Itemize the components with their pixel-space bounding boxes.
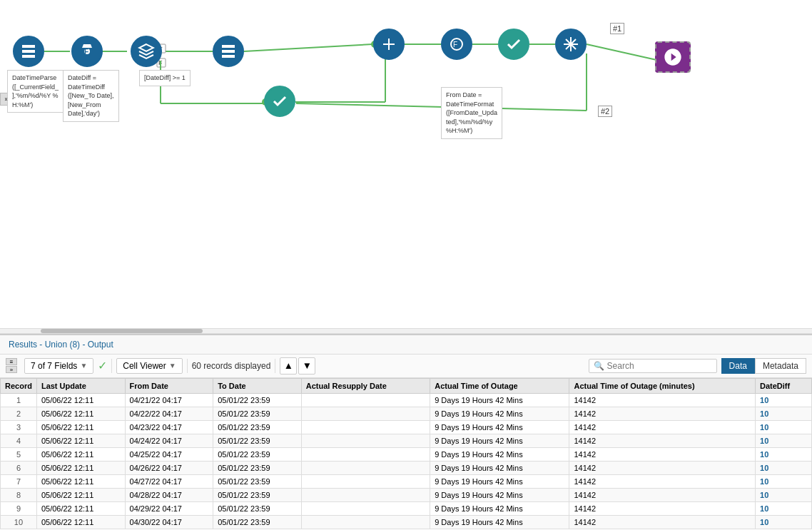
table-row[interactable]: 2 05/06/22 12:11 04/22/22 04:17 05/01/22… — [1, 407, 812, 420]
col-header-outage: Actual Time of Outage — [430, 378, 569, 393]
cell-resupply — [301, 393, 430, 407]
table-row[interactable]: 3 05/06/22 12:11 04/23/22 04:17 05/01/22… — [1, 420, 812, 434]
label-hash1: #1 — [610, 23, 624, 34]
records-count: 60 records displayed — [192, 361, 271, 371]
tooltip-filter: [DateDiff] >= 1 — [139, 70, 191, 86]
svg-text:F: F — [453, 41, 457, 49]
canvas-scrollbar[interactable] — [0, 328, 812, 334]
cell-todate: 05/01/22 23:59 — [213, 447, 302, 461]
cell-outagemins: 14142 — [569, 420, 756, 434]
cell-record: 3 — [1, 420, 37, 434]
cell-record: 9 — [1, 501, 37, 515]
cell-outagemins: 14142 — [569, 501, 756, 515]
col-header-outagemins: Actual Time of Outage (minutes) — [569, 378, 756, 393]
cell-datediff: 10 — [756, 420, 812, 434]
cell-datediff: 10 — [756, 515, 812, 529]
table-row[interactable]: 1 05/06/22 12:11 04/21/22 04:17 05/01/22… — [1, 393, 812, 407]
cell-outage: 9 Days 19 Hours 42 Mins — [430, 501, 569, 515]
cell-lastupdate: 05/06/22 12:11 — [36, 407, 125, 420]
fields-dropdown-icon: ▼ — [80, 362, 87, 370]
cell-todate: 05/01/22 23:59 — [213, 420, 302, 434]
svg-line-7 — [244, 44, 372, 51]
cell-datediff: 10 — [756, 393, 812, 407]
col-header-lastupdate: Last Update — [36, 378, 125, 393]
cell-lastupdate: 05/06/22 12:11 — [36, 420, 125, 434]
cell-record: 10 — [1, 515, 37, 529]
results-header: Results - Union (8) - Output — [0, 335, 812, 355]
cell-todate: 05/01/22 23:59 — [213, 407, 302, 420]
node-formula3[interactable]: F — [441, 29, 472, 60]
results-detail: - Union (8) - Output — [39, 340, 113, 350]
separator3 — [275, 359, 275, 373]
col-header-todate: To Date — [213, 378, 302, 393]
results-table: Record Last Update From Date To Date Act… — [0, 378, 812, 529]
table-row[interactable]: 7 05/06/22 12:11 04/27/22 04:17 05/01/22… — [1, 474, 812, 488]
node-formula1[interactable]: F — [71, 36, 103, 67]
node-output[interactable] — [655, 41, 691, 73]
viewer-button[interactable]: Cell Viewer ▼ — [116, 358, 182, 374]
col-header-resupply: Actual Resupply Date — [301, 378, 430, 393]
table-row[interactable]: 9 05/06/22 12:11 04/29/22 04:17 05/01/22… — [1, 501, 812, 515]
separator1 — [111, 359, 112, 373]
tab-data[interactable]: Data — [721, 358, 755, 374]
node-formula2[interactable] — [131, 36, 162, 67]
node-filter1[interactable] — [498, 29, 529, 60]
cell-datediff: 10 — [756, 461, 812, 474]
svg-text:F: F — [84, 48, 88, 56]
cell-datediff: 10 — [756, 474, 812, 488]
node-input[interactable] — [13, 36, 44, 67]
sort-desc-button[interactable]: ▼ — [298, 357, 315, 374]
cell-outage: 9 Days 19 Hours 42 Mins — [430, 407, 569, 420]
cell-lastupdate: 05/06/22 12:11 — [36, 488, 125, 501]
node-join[interactable] — [555, 29, 587, 60]
cell-lastupdate: 05/06/22 12:11 — [36, 501, 125, 515]
sort-asc-button[interactable]: ▲ — [280, 357, 297, 374]
cell-outagemins: 14142 — [569, 515, 756, 529]
search-box: 🔍 — [589, 359, 717, 373]
cell-outage: 9 Days 19 Hours 42 Mins — [430, 420, 569, 434]
results-toolbar: ≡ » 7 of 7 Fields ▼ ✓ Cell Viewer ▼ 60 r… — [0, 355, 812, 378]
svg-rect-23 — [222, 45, 235, 48]
search-input[interactable] — [607, 361, 707, 371]
cell-outagemins: 14142 — [569, 434, 756, 447]
cell-resupply — [301, 420, 430, 434]
cell-datediff: 10 — [756, 447, 812, 461]
cell-fromdate: 04/27/22 04:17 — [125, 474, 213, 488]
cell-fromdate: 04/25/22 04:17 — [125, 447, 213, 461]
fields-button[interactable]: 7 of 7 Fields ▼ — [24, 358, 93, 374]
cell-outagemins: 14142 — [569, 393, 756, 407]
table-row[interactable]: 4 05/06/22 12:11 04/24/22 04:17 05/01/22… — [1, 434, 812, 447]
cell-fromdate: 04/28/22 04:17 — [125, 488, 213, 501]
node-append[interactable] — [373, 29, 405, 60]
node-filter2[interactable] — [264, 86, 295, 117]
tooltip-fromdateformat: From Date =DateTimeFormat([FromDate_Upda… — [441, 87, 502, 139]
tab-metadata[interactable]: Metadata — [755, 358, 806, 374]
cell-fromdate: 04/29/22 04:17 — [125, 501, 213, 515]
cell-outagemins: 14142 — [569, 447, 756, 461]
cell-outage: 9 Days 19 Hours 42 Mins — [430, 434, 569, 447]
table-row[interactable]: 5 05/06/22 12:11 04/25/22 04:17 05/01/22… — [1, 447, 812, 461]
cell-outagemins: 14142 — [569, 407, 756, 420]
cell-outage: 9 Days 19 Hours 42 Mins — [430, 515, 569, 529]
cell-lastupdate: 05/06/22 12:11 — [36, 474, 125, 488]
cell-todate: 05/01/22 23:59 — [213, 474, 302, 488]
node-select[interactable] — [213, 36, 244, 67]
cell-todate: 05/01/22 23:59 — [213, 515, 302, 529]
cell-outage: 9 Days 19 Hours 42 Mins — [430, 474, 569, 488]
table-row[interactable]: 10 05/06/22 12:11 04/30/22 04:17 05/01/2… — [1, 515, 812, 529]
expand-up-btn[interactable]: ≡ — [6, 358, 17, 365]
cell-todate: 05/01/22 23:59 — [213, 488, 302, 501]
table-body: 1 05/06/22 12:11 04/21/22 04:17 05/01/22… — [1, 393, 812, 529]
expand-down-btn[interactable]: » — [6, 366, 17, 373]
table-row[interactable]: 6 05/06/22 12:11 04/26/22 04:17 05/01/22… — [1, 461, 812, 474]
tooltip-datediff: DateDiff =DateTimeDiff([New_To Date],[Ne… — [63, 70, 119, 122]
col-header-record: Record — [1, 378, 37, 393]
cell-todate: 05/01/22 23:59 — [213, 434, 302, 447]
cell-record: 2 — [1, 407, 37, 420]
fields-check-icon: ✓ — [98, 359, 107, 372]
table-row[interactable]: 8 05/06/22 12:11 04/28/22 04:17 05/01/22… — [1, 488, 812, 501]
results-table-container[interactable]: Record Last Update From Date To Date Act… — [0, 378, 812, 530]
cell-todate: 05/01/22 23:59 — [213, 393, 302, 407]
label-hash2: #2 — [598, 106, 612, 117]
cell-outage: 9 Days 19 Hours 42 Mins — [430, 488, 569, 501]
